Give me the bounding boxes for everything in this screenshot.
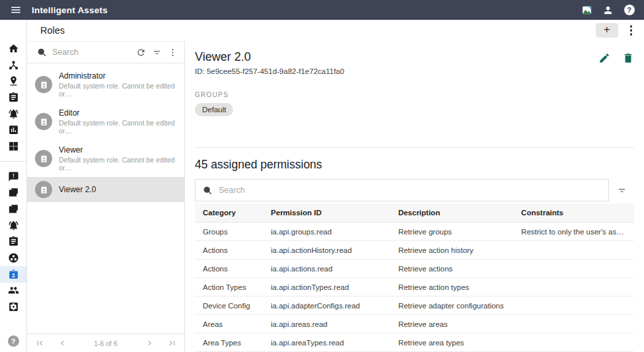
permissions-search-row [195,179,634,201]
role-list-item-selected[interactable]: Viewer 2.0 [27,177,184,202]
search-icon [202,185,213,195]
next-page-icon[interactable] [143,337,155,349]
table-row[interactable]: Device Config ia.api.adapterConfigs.read… [195,297,634,315]
table-row[interactable]: Actions ia.api.actionHistory.read Retrie… [195,241,634,260]
role-description: Default system role. Cannot be edited or… [59,82,176,98]
cell-permission-id: ia.api.areas.read [263,315,390,334]
person-icon[interactable] [602,5,614,16]
cell-category: Groups [195,223,263,241]
last-page-icon[interactable] [166,337,178,349]
badge-icon [8,269,19,280]
role-text: Editor Default system role. Cannot be ed… [59,108,176,135]
role-avatar [35,113,52,130]
section-divider [195,147,634,148]
cell-constraints [513,315,634,334]
role-avatar [35,181,52,198]
cell-category: Device Config [195,297,263,315]
table-header-row: Category Permission ID Description Const… [195,203,634,223]
sidebar-item-reports[interactable] [0,122,26,138]
role-list-item[interactable]: Viewer Default system role. Cannot be ed… [27,140,184,177]
sidebar-item-site-maps[interactable] [0,185,26,201]
sidebar-item-gallery[interactable] [0,201,26,217]
detail-header: Viewer 2.0 ID: 5e9cee55-f257-451d-9a82-f… [195,50,634,75]
column-header-constraints[interactable]: Constraints [513,203,634,223]
cell-category: Action Types [195,278,263,297]
cell-description: Retrieve action types [390,278,513,297]
table-row[interactable]: Groups ia.api.groups.read Retrieve group… [195,223,634,241]
column-header-category[interactable]: Category [195,203,263,223]
app-window: Intelligent Assets ? [0,0,644,352]
first-page-icon[interactable] [34,337,46,349]
role-list-item[interactable]: Editor Default system role. Cannot be ed… [27,103,184,140]
sidebar-item-users[interactable] [0,283,26,299]
help-icon[interactable]: ? [624,5,635,16]
sidebar-item-work-orders[interactable] [0,234,26,250]
cell-permission-id: ia.api.areaTypes.read [263,334,390,352]
delete-icon[interactable] [622,52,634,64]
role-id: ID: 5e9cee55-f257-451d-9a82-f1e72ca11fa0 [195,67,344,75]
hamburger-menu-icon[interactable] [9,3,22,17]
hierarchy-icon [8,59,19,71]
sidebar-item-asset-groups[interactable] [0,250,26,266]
sidebar-item-alerts[interactable] [0,106,26,122]
message-alert-icon [8,171,19,182]
permissions-search-input[interactable] [219,186,602,195]
table-row[interactable]: Areas ia.api.areas.read Retrieve areas [195,315,634,334]
filter-icon[interactable] [151,47,162,57]
table-row[interactable]: Area Types ia.api.areaTypes.read Retriev… [195,334,634,352]
cell-permission-id: ia.api.actions.read [263,260,390,278]
content-area: Administrator Default system role. Canno… [27,41,644,352]
cell-constraints [513,297,634,315]
help-icon: ? [8,335,19,347]
sidebar-rail: ? [0,20,27,352]
settings-box-icon [8,301,19,312]
clipboard-icon [8,236,19,247]
rail-divider [0,161,26,162]
roles-search-bar [27,41,184,63]
sidebar-item-notifications[interactable] [0,217,26,234]
add-role-button[interactable]: + [596,23,618,38]
sidebar-item-roles[interactable] [0,266,26,283]
column-header-permission-id[interactable]: Permission ID [263,203,390,223]
cell-description: Retrieve areas [390,315,513,334]
sidebar-item-tasks[interactable] [0,89,26,106]
kebab-menu-icon[interactable] [627,24,635,36]
table-row[interactable]: Action Types ia.api.actionTypes.read Ret… [195,278,634,297]
pagination-range: 1-6 of 6 [68,339,143,347]
sidebar-item-settings[interactable] [0,299,26,315]
cell-permission-id: ia.api.actionHistory.read [263,241,390,260]
column-header-description[interactable]: Description [390,203,513,223]
permissions-heading: 45 assigned permissions [195,158,634,172]
role-list-item[interactable]: Administrator Default system role. Canno… [27,66,184,103]
cell-permission-id: ia.api.adapterConfigs.read [263,297,390,315]
group-chip[interactable]: Default [195,103,233,116]
sidebar-item-locations[interactable] [0,73,26,89]
cell-category: Area Types [195,334,263,352]
role-text: Viewer 2.0 [59,185,96,194]
role-description: Default system role. Cannot be edited or… [59,156,176,172]
kebab-menu-icon[interactable] [167,47,178,57]
roles-list-panel: Administrator Default system role. Canno… [27,41,185,352]
broken-image-icon[interactable] [581,5,592,16]
main-area: ? Roles + [0,20,644,352]
framed-person-icon [8,203,19,215]
refresh-icon[interactable] [135,47,146,57]
sidebar-item-messages[interactable] [0,168,26,185]
sidebar-help[interactable]: ? [0,335,26,347]
filter-icon[interactable] [609,179,634,201]
permissions-search-box [195,179,609,201]
help-glyph: ? [624,5,635,15]
cell-category: Actions [195,241,263,260]
sidebar-item-hierarchy[interactable] [0,57,26,73]
table-row[interactable]: Actions ia.api.actions.read Retrieve act… [195,260,634,278]
previous-page-icon[interactable] [56,337,68,349]
cell-constraints [513,334,634,352]
role-name: Editor [59,108,176,118]
roles-search-input[interactable] [52,48,130,57]
permissions-table: Category Permission ID Description Const… [195,203,634,352]
sidebar-item-home[interactable] [0,40,26,57]
sidebar-item-dashboard[interactable] [0,138,26,155]
page-header: Roles + [27,20,644,41]
cell-permission-id: ia.api.actionTypes.read [263,278,390,297]
edit-icon[interactable] [598,52,610,64]
